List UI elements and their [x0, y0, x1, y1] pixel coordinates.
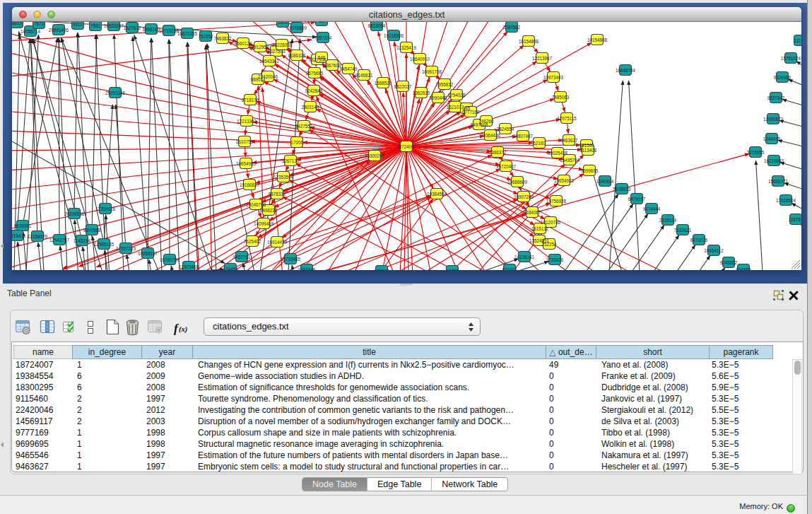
svg-text:16543362: 16543362 — [259, 59, 280, 64]
svg-text:8912954: 8912954 — [252, 45, 269, 49]
svg-text:9699695: 9699695 — [581, 168, 599, 173]
svg-text:9474444: 9474444 — [643, 206, 661, 211]
svg-text:15692071: 15692071 — [768, 179, 789, 184]
svg-text:8813054: 8813054 — [368, 23, 386, 28]
svg-text:19384554: 19384554 — [427, 192, 447, 197]
svg-text:10807487: 10807487 — [513, 134, 534, 139]
svg-text:10154808: 10154808 — [587, 37, 608, 42]
svg-text:18640910: 18640910 — [410, 57, 430, 62]
svg-text:924565: 924565 — [736, 267, 751, 271]
svg-text:546: 546 — [318, 55, 326, 60]
svg-text:116753: 116753 — [789, 217, 801, 222]
svg-text:871002: 871002 — [502, 267, 517, 271]
svg-text:2087682: 2087682 — [503, 25, 521, 30]
svg-text:7485063: 7485063 — [552, 95, 570, 100]
svg-text:19218506: 19218506 — [384, 33, 404, 38]
svg-text:20691406: 20691406 — [49, 28, 69, 33]
svg-text:1145194: 1145194 — [73, 238, 91, 243]
svg-text:103144: 103144 — [374, 269, 389, 271]
svg-text:16914479: 16914479 — [267, 240, 288, 245]
svg-text:2367608: 2367608 — [324, 63, 341, 68]
svg-text:9457791: 9457791 — [233, 255, 251, 259]
svg-text:7632621: 7632621 — [674, 228, 692, 233]
svg-text:8186328: 8186328 — [288, 53, 306, 58]
svg-text:17016504: 17016504 — [776, 198, 796, 203]
svg-text:10958137: 10958137 — [138, 251, 158, 256]
svg-text:16154808: 16154808 — [519, 39, 539, 44]
svg-text:15716485: 15716485 — [281, 257, 301, 262]
svg-text:3113408: 3113408 — [579, 148, 597, 153]
svg-text:751552: 751552 — [198, 34, 213, 39]
svg-text:12905135: 12905135 — [94, 242, 114, 247]
svg-text:14055714: 14055714 — [20, 29, 41, 34]
svg-text:9397568: 9397568 — [83, 228, 101, 233]
svg-text:252254: 252254 — [541, 242, 557, 247]
svg-text:9146821: 9146821 — [355, 73, 373, 78]
svg-text:20364436: 20364436 — [481, 133, 501, 138]
svg-text:15720407: 15720407 — [496, 164, 517, 169]
svg-text:6479197: 6479197 — [628, 197, 646, 201]
svg-text:12213363: 12213363 — [237, 119, 257, 124]
svg-text:7386372: 7386372 — [489, 150, 507, 155]
svg-text:16648784: 16648784 — [616, 68, 636, 73]
svg-text:2803144: 2803144 — [302, 105, 319, 110]
svg-text:1588520: 1588520 — [375, 81, 392, 86]
svg-text:1003: 1003 — [278, 22, 288, 25]
svg-text:951540: 951540 — [579, 143, 594, 148]
svg-text:12213967: 12213967 — [532, 56, 553, 61]
svg-text:7625402: 7625402 — [244, 239, 261, 244]
svg-text:1640914: 1640914 — [596, 179, 614, 184]
svg-text:5938923: 5938923 — [613, 187, 631, 192]
svg-text:9835061: 9835061 — [14, 223, 32, 228]
svg-text:18300295: 18300295 — [365, 153, 385, 158]
svg-text:25053346: 25053346 — [105, 90, 126, 95]
svg-text:8427552: 8427552 — [295, 124, 313, 129]
svg-text:17957223: 17957223 — [116, 246, 136, 251]
svg-text:1244415: 1244415 — [763, 136, 781, 141]
svg-text:99453: 99453 — [446, 269, 459, 271]
svg-text:11174: 11174 — [794, 38, 801, 43]
svg-text:12942757: 12942757 — [49, 238, 70, 243]
svg-text:10654112: 10654112 — [704, 248, 724, 253]
svg-text:9245652: 9245652 — [720, 260, 738, 265]
svg-text:1615132: 1615132 — [531, 226, 549, 231]
svg-text:88: 88 — [319, 22, 324, 23]
svg-text:8990448: 8990448 — [430, 95, 447, 100]
svg-text:18907249: 18907249 — [514, 194, 534, 199]
svg-text:16033809: 16033809 — [287, 25, 307, 30]
svg-text:19654965: 19654965 — [236, 161, 257, 166]
svg-text:3915471: 3915471 — [12, 233, 26, 238]
svg-text:3215955: 3215955 — [747, 150, 765, 155]
svg-text:1733426: 1733426 — [546, 257, 564, 262]
svg-text:2718176: 2718176 — [242, 98, 259, 103]
svg-text:16495794: 16495794 — [560, 158, 580, 163]
svg-text:1292346: 1292346 — [298, 267, 316, 271]
svg-text:10120746: 10120746 — [541, 220, 561, 225]
svg-text:7581: 7581 — [90, 23, 101, 28]
svg-text:62160: 62160 — [533, 141, 546, 146]
svg-text:16210643: 16210643 — [764, 158, 784, 163]
svg-text:15751024: 15751024 — [781, 56, 801, 61]
svg-text:14099489: 14099489 — [254, 221, 274, 226]
svg-text:7955812: 7955812 — [436, 82, 454, 87]
svg-text:8471676: 8471676 — [690, 238, 708, 243]
svg-text:12093872: 12093872 — [763, 117, 784, 122]
svg-text:11325419: 11325419 — [396, 45, 416, 50]
svg-text:9777169: 9777169 — [462, 110, 480, 115]
svg-text:23420046: 23420046 — [258, 74, 278, 79]
svg-text:3675685: 3675685 — [306, 71, 324, 76]
svg-text:3824554: 3824554 — [497, 127, 514, 132]
svg-text:19654923: 19654923 — [554, 178, 575, 183]
svg-text:6794028: 6794028 — [448, 93, 466, 98]
svg-text:12975115: 12975115 — [557, 116, 577, 121]
svg-text:9242848: 9242848 — [305, 88, 323, 93]
svg-text:9463627: 9463627 — [560, 138, 578, 143]
svg-text:9110: 9110 — [73, 22, 83, 27]
svg-text:8815: 8815 — [12, 22, 22, 25]
svg-text:7573: 7573 — [34, 22, 45, 26]
svg-text:18724007: 18724007 — [396, 144, 417, 149]
svg-text:14136141: 14136141 — [514, 255, 535, 259]
svg-text:16961758: 16961758 — [422, 69, 442, 74]
svg-text:3267130: 3267130 — [282, 158, 300, 163]
svg-text:746266: 746266 — [478, 119, 494, 124]
